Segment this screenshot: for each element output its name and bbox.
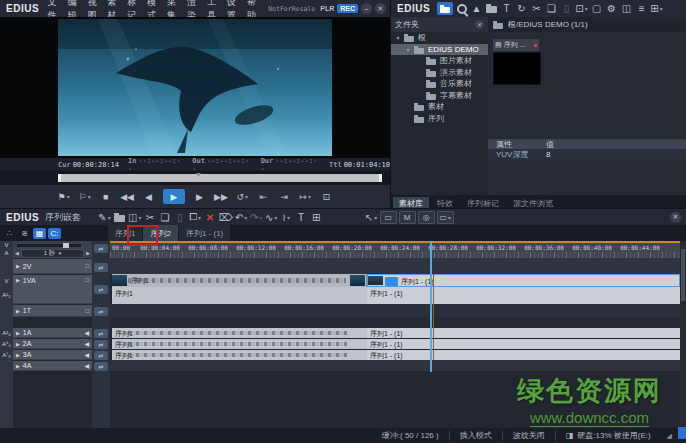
cut-icon[interactable]: ✂ bbox=[144, 211, 157, 224]
export-frame-button[interactable]: ⊡ bbox=[320, 190, 333, 203]
add-audio-fade-icon[interactable]: ≀▾ bbox=[280, 211, 293, 224]
track-header-2a[interactable]: ▶2A◀ bbox=[13, 339, 92, 349]
plr-mode-label[interactable]: PLR bbox=[320, 5, 334, 12]
redo-icon[interactable]: ↷▾ bbox=[250, 211, 263, 224]
track-1t-lane[interactable] bbox=[110, 304, 680, 317]
rec-mode-button[interactable]: REC bbox=[337, 4, 358, 13]
goto-in-button[interactable]: ⇤ bbox=[257, 190, 270, 203]
play-button[interactable]: ▶ bbox=[163, 189, 185, 204]
playhead-line[interactable] bbox=[430, 241, 432, 372]
folder-pane-close-icon[interactable]: ✕ bbox=[475, 20, 484, 29]
add-title-icon[interactable]: T bbox=[295, 211, 308, 224]
track-speaker-icon[interactable]: ◀ bbox=[84, 351, 89, 358]
track-2v-lane[interactable] bbox=[110, 258, 680, 274]
zoom-slider-thumb[interactable] bbox=[63, 243, 69, 248]
clip-1a-sequence1[interactable]: 序列1 bbox=[112, 328, 367, 338]
expand-icon[interactable]: ▶ bbox=[16, 352, 20, 358]
folder-view-button[interactable] bbox=[437, 2, 453, 15]
insert-mode-status[interactable]: 插入模式 bbox=[449, 431, 502, 441]
patch-audio-78[interactable]: A⁷₈ bbox=[0, 352, 13, 358]
expand-icon[interactable]: ▶ bbox=[16, 363, 20, 369]
patch-audio-34[interactable]: A³₄ bbox=[0, 330, 13, 336]
clip-sequence1-video[interactable]: 序列1 bbox=[112, 274, 367, 287]
copy-icon[interactable]: ❏ bbox=[159, 211, 172, 224]
capture-icon[interactable]: ▲ bbox=[470, 2, 483, 15]
tree-item-music-assets[interactable]: 音乐素材 bbox=[391, 78, 488, 90]
bin-clip-item[interactable]: ▤ 序列 ... bbox=[493, 39, 539, 51]
patch-link-icon[interactable]: ⇄ bbox=[94, 351, 108, 360]
cut-icon[interactable]: ✂ bbox=[530, 2, 543, 15]
patch-audio-56[interactable]: A⁵₆ bbox=[0, 341, 13, 347]
ripple-delete-icon[interactable]: ⌦ bbox=[219, 211, 233, 224]
zoom-in-icon[interactable]: ▶ bbox=[86, 250, 90, 256]
patch-audio-12[interactable]: A¹₂ bbox=[0, 292, 13, 298]
track-header-1a[interactable]: ▶1A◀ bbox=[13, 328, 92, 338]
search-icon[interactable] bbox=[455, 2, 468, 15]
expand-icon[interactable]: ▶ bbox=[16, 330, 20, 336]
tab-sequence-1-copy[interactable]: 序列1 - (1) bbox=[179, 225, 230, 241]
track-mute-icon[interactable]: □ bbox=[85, 263, 89, 269]
patch-link-icon[interactable]: ⇄ bbox=[94, 340, 108, 349]
expand-icon[interactable]: ▶ bbox=[16, 277, 20, 283]
clip-sequence1-copy-audio[interactable]: 序列1 - (1) bbox=[367, 287, 680, 304]
previous-frame-button[interactable]: ◀ bbox=[142, 190, 155, 203]
track-speaker-icon[interactable]: ◀ bbox=[84, 340, 89, 347]
rewind-button[interactable]: ◀◀ bbox=[120, 190, 134, 203]
tree-item-sequences[interactable]: 序列 bbox=[391, 113, 488, 125]
timeline-mode-button-2[interactable]: M bbox=[399, 211, 416, 224]
clip-2a-sequence1[interactable]: 序列1 bbox=[112, 339, 367, 349]
clip-sequence1-audio[interactable]: 序列1 bbox=[112, 287, 367, 304]
track-mute-icon[interactable]: □ bbox=[85, 308, 89, 314]
track-mute-icon[interactable]: □ bbox=[85, 277, 89, 283]
scrollbar-thumb[interactable] bbox=[681, 249, 685, 301]
add-transition-icon[interactable]: ∿▾ bbox=[265, 211, 278, 224]
clip-3a-sequence1-copy[interactable]: 序列1 - (1) bbox=[367, 350, 680, 360]
patch-link-icon[interactable]: ⇄ bbox=[94, 285, 108, 294]
timeline-vertical-scrollbar[interactable] bbox=[680, 241, 686, 428]
patch-link-icon[interactable]: ⇄ bbox=[94, 263, 108, 272]
timeline-ruler[interactable]: 00:0000:00:04:0000:00:08:0000:00:12:0000… bbox=[110, 241, 680, 258]
monitor-icon[interactable]: ▢ bbox=[590, 2, 603, 15]
expand-icon[interactable]: ▶ bbox=[16, 308, 20, 314]
tab-effects[interactable]: 特效 bbox=[431, 197, 459, 208]
ripple-mode-icon[interactable]: ≋ bbox=[18, 228, 31, 239]
tab-bin[interactable]: 素材库 bbox=[393, 197, 429, 208]
sync-lock-button[interactable]: ▦ bbox=[33, 228, 46, 239]
set-in-marker-icon[interactable]: ⚑▾ bbox=[57, 190, 70, 203]
close-icon[interactable]: ✕ bbox=[670, 212, 681, 223]
clip-2a-sequence1-copy[interactable]: 序列1 - (1) bbox=[367, 339, 680, 349]
clip-sequence1-copy-video-selected[interactable]: 序列1 - (1) bbox=[367, 274, 680, 287]
track-4a-lane[interactable] bbox=[110, 360, 680, 371]
list-view-icon[interactable]: ≡ bbox=[635, 2, 648, 15]
track-header-1va[interactable]: ▶1VA□ bbox=[13, 275, 92, 304]
patch-link-icon[interactable]: ⇄ bbox=[94, 329, 108, 338]
next-edit-button[interactable]: ↦▾ bbox=[299, 190, 312, 203]
clip-thumbnail[interactable] bbox=[493, 52, 541, 85]
tree-item-image-assets[interactable]: 图片素材 bbox=[391, 55, 488, 67]
ripple-status[interactable]: 波纹关闭 bbox=[502, 431, 555, 441]
delete-icon[interactable]: ✕ bbox=[204, 211, 217, 224]
open-project-icon[interactable]: ▾ bbox=[113, 211, 126, 224]
loop-button[interactable]: ↺▾ bbox=[236, 190, 249, 203]
timeline-zoom-slider[interactable] bbox=[17, 244, 81, 247]
snap-mode-icon[interactable]: ∴ bbox=[3, 228, 16, 239]
undo-icon[interactable]: ↶▾ bbox=[235, 211, 248, 224]
track-header-2v[interactable]: ▶2V□ bbox=[13, 259, 92, 274]
timeline-mode-button-4[interactable]: ▭▾ bbox=[437, 211, 454, 224]
refresh-icon[interactable]: ↻ bbox=[515, 2, 528, 15]
patch-link-icon[interactable]: ⇄ bbox=[94, 244, 108, 253]
track-speaker-icon[interactable]: ◀ bbox=[84, 329, 89, 336]
tree-item-assets[interactable]: 素材 bbox=[391, 101, 488, 113]
stop-button[interactable]: ■ bbox=[99, 190, 112, 203]
minimize-icon[interactable]: – bbox=[361, 3, 372, 14]
patch-v-top[interactable]: V bbox=[0, 242, 13, 248]
tab-source-browser[interactable]: 源文件浏览 bbox=[507, 197, 559, 208]
track-header-4a[interactable]: ▶4A◀ bbox=[13, 361, 92, 371]
audio-mixer-icon[interactable]: ⊞ bbox=[310, 211, 323, 224]
zoom-out-icon[interactable]: ◀ bbox=[15, 250, 19, 256]
patch-a-top[interactable]: A bbox=[0, 250, 13, 256]
paste-icon[interactable]: ▯ bbox=[174, 211, 187, 224]
caret-icon[interactable]: ▾ bbox=[395, 34, 401, 41]
thumbnail-view-icon[interactable]: ⊞▾ bbox=[650, 2, 663, 15]
add-title-icon[interactable]: T bbox=[500, 2, 513, 15]
